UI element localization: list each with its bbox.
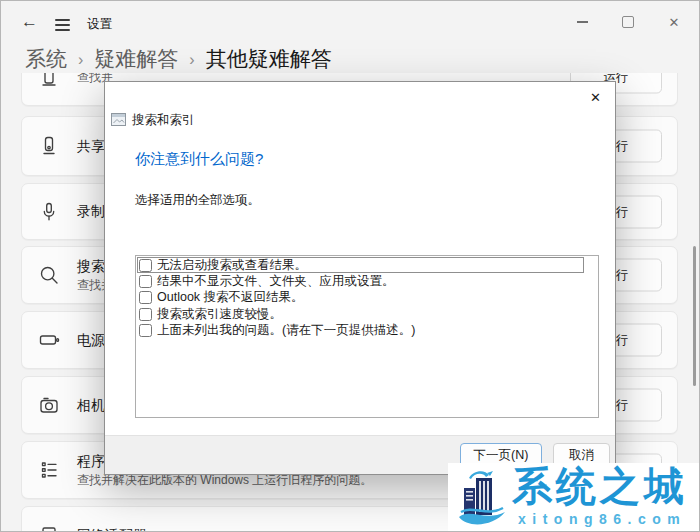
- settings-window: ← 设置 ✕ 系统 › 疑难解答 › 其他疑难解答 查找并 运行 共享 运行: [0, 0, 700, 532]
- hamburger-menu-icon[interactable]: [55, 19, 70, 34]
- close-window-button[interactable]: ✕: [661, 11, 687, 33]
- scrollbar[interactable]: [693, 246, 696, 386]
- camera-icon: [38, 394, 60, 416]
- checkbox[interactable]: [139, 308, 152, 321]
- search-indexing-dialog: ✕ 搜索和索引 你注意到什么问题? 选择适用的全部选项。 无法启动搜索或查看结果…: [104, 81, 616, 475]
- option-label: 无法启动搜索或查看结果。: [157, 257, 307, 274]
- dialog-close-button[interactable]: ✕: [586, 88, 605, 107]
- troubleshooter-window-icon: [111, 113, 126, 129]
- dialog-title: 搜索和索引: [132, 112, 195, 129]
- option-label: Outlook 搜索不返回结果。: [157, 289, 304, 306]
- dialog-heading: 你注意到什么问题?: [135, 150, 263, 169]
- device-icon: [38, 73, 60, 88]
- card-title: 网络适配器: [77, 526, 147, 532]
- options-listbox: 无法启动搜索或查看结果。 结果中不显示文件、文件夹、应用或设置。 Outlook…: [135, 255, 599, 418]
- minimize-button[interactable]: [569, 11, 595, 33]
- dialog-caption: 搜索和索引: [111, 112, 195, 129]
- option-row[interactable]: 无法启动搜索或查看结果。: [137, 257, 584, 273]
- card-title: 电源: [77, 331, 105, 350]
- network-adapter-icon: [38, 524, 60, 532]
- checkbox[interactable]: [139, 275, 152, 288]
- option-label: 结果中不显示文件、文件夹、应用或设置。: [157, 273, 395, 290]
- option-row[interactable]: 上面未列出我的问题。(请在下一页提供描述。): [137, 323, 584, 339]
- maximize-icon: [622, 16, 634, 28]
- breadcrumb-system[interactable]: 系统: [25, 45, 67, 73]
- checkbox[interactable]: [139, 259, 152, 272]
- option-row[interactable]: Outlook 搜索不返回结果。: [137, 290, 584, 306]
- card-title: 共享: [77, 137, 105, 156]
- dialog-instruction: 选择适用的全部选项。: [135, 192, 260, 209]
- option-row[interactable]: 搜索或索引速度较慢。: [137, 306, 584, 322]
- breadcrumb-troubleshoot[interactable]: 疑难解答: [94, 45, 178, 73]
- watermark-site-name: 系统之城: [512, 463, 688, 509]
- microphone-icon: [38, 201, 60, 223]
- breadcrumb: 系统 › 疑难解答 › 其他疑难解答: [25, 45, 332, 73]
- watermark-domain: xitong86.com: [518, 511, 686, 527]
- option-row[interactable]: 结果中不显示文件、文件夹、应用或设置。: [137, 273, 584, 289]
- checkbox[interactable]: [139, 324, 152, 337]
- chevron-right-icon: ›: [189, 49, 194, 69]
- card-title: 录制: [77, 202, 105, 221]
- back-arrow-icon[interactable]: ←: [21, 12, 38, 32]
- app-title: 设置: [87, 16, 112, 33]
- program-list-icon: [38, 459, 60, 481]
- site-watermark: 系统之城 xitong86.com: [448, 463, 700, 532]
- chevron-right-icon: ›: [78, 49, 83, 69]
- close-icon: ✕: [669, 16, 680, 29]
- minimize-icon: [577, 21, 588, 22]
- battery-icon: [38, 329, 60, 351]
- shared-device-icon: [38, 135, 60, 157]
- breadcrumb-other-troubleshooters: 其他疑难解答: [206, 45, 332, 73]
- maximize-button[interactable]: [615, 11, 641, 33]
- window-controls: ✕: [569, 11, 687, 33]
- city-logo-icon: [453, 467, 511, 532]
- checkbox[interactable]: [139, 291, 152, 304]
- option-label: 搜索或索引速度较慢。: [157, 306, 282, 323]
- search-icon: [38, 264, 60, 286]
- card-title: 相机: [77, 396, 105, 415]
- option-label: 上面未列出我的问题。(请在下一页提供描述。): [157, 322, 415, 339]
